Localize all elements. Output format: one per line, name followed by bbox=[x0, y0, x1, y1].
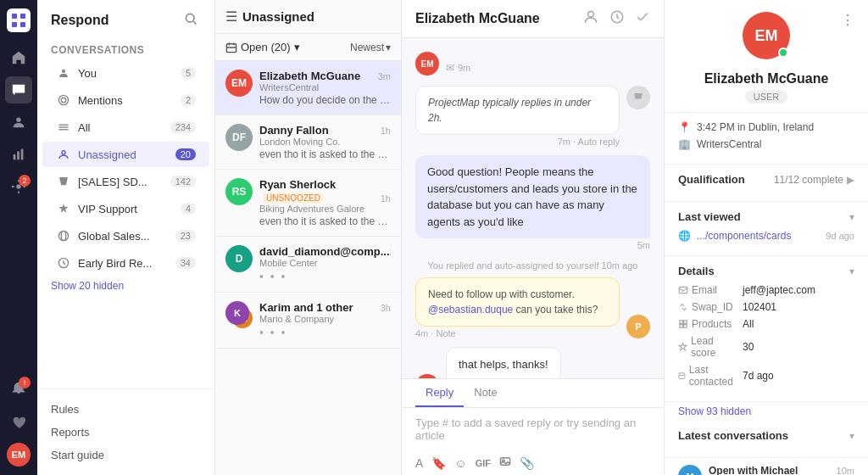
footer-rules[interactable]: Rules bbox=[51, 398, 201, 421]
open-filter[interactable]: Open (20) ▾ bbox=[225, 41, 300, 53]
svg-rect-0 bbox=[12, 14, 17, 19]
rp-last-viewed-url[interactable]: .../components/cards bbox=[697, 230, 791, 242]
sidebar-item-mentions[interactable]: Mentions 2 bbox=[42, 87, 209, 113]
nav-contacts[interactable] bbox=[5, 109, 32, 136]
conv-list-title: Unassigned bbox=[242, 9, 314, 24]
tab-reply[interactable]: Reply bbox=[415, 379, 464, 407]
attachment-icon[interactable]: 📎 bbox=[520, 456, 534, 470]
last-viewed-expand-icon[interactable]: ▾ bbox=[849, 211, 854, 223]
conv-item-elizabeth[interactable]: EM Elizabeth McGuane 3m WritersCentral H… bbox=[215, 61, 401, 115]
sidebar-item-unassigned-label: Unassigned bbox=[78, 148, 169, 161]
rp-latest-convs-title: Latest conversations bbox=[678, 429, 788, 442]
nav-reports[interactable] bbox=[5, 141, 32, 168]
show-93-hidden[interactable]: Show 93 hidden bbox=[665, 402, 868, 421]
image-icon[interactable] bbox=[499, 455, 511, 470]
sidebar-item-all[interactable]: All 234 bbox=[42, 115, 209, 140]
sidebar-item-you[interactable]: You 5 bbox=[42, 60, 209, 86]
rp-swapid-value: 102401 bbox=[743, 301, 776, 313]
qualification-expand-icon[interactable]: ▶ bbox=[847, 174, 854, 186]
search-icon[interactable] bbox=[184, 12, 201, 29]
hamburger-icon[interactable]: ☰ bbox=[225, 8, 237, 25]
early-bird-icon bbox=[56, 255, 71, 271]
conv-item-danny[interactable]: DF Danny Fallon 1h London Moving Co. eve… bbox=[215, 115, 401, 170]
svg-point-12 bbox=[58, 95, 68, 104]
sidebar-count-unassigned: 20 bbox=[175, 148, 196, 160]
svg-rect-14 bbox=[58, 126, 68, 127]
sort-button[interactable]: Newest ▾ bbox=[350, 42, 391, 53]
rp-lastcontacted-value: 7d ago bbox=[743, 370, 774, 382]
conv-item-david[interactable]: D david_diamond@comp... 2h Mobile Center… bbox=[215, 237, 401, 293]
more-options-icon[interactable]: ⋮ bbox=[841, 12, 854, 28]
conv-name-danny: Danny Fallon bbox=[259, 124, 329, 137]
msg-avatar-1: EM bbox=[415, 52, 439, 75]
details-expand-icon[interactable]: ▾ bbox=[849, 265, 854, 277]
conv-item-karim[interactable]: K +1 Karim and 1 other 3h Mario & Compan… bbox=[215, 293, 401, 349]
conv-company-ryan: Biking Adventures Galore bbox=[259, 204, 391, 214]
rp-qualification-section: Qualification 11/12 complete ▶ bbox=[665, 165, 868, 202]
timer-icon[interactable] bbox=[609, 9, 625, 28]
rp-last-viewed-title: Last viewed bbox=[678, 210, 741, 223]
svg-point-16 bbox=[62, 151, 65, 154]
show-hidden-btn[interactable]: Show 20 hidden bbox=[37, 277, 214, 295]
svg-rect-15 bbox=[58, 129, 68, 130]
chat-input-placeholder: Type # to add a saved reply or try sendi… bbox=[415, 416, 636, 442]
sidebar-count-all: 234 bbox=[170, 121, 196, 133]
conv-preview-david: • • • bbox=[259, 270, 391, 283]
rp-last-viewed-time: 9d ago bbox=[826, 231, 854, 241]
nav-home[interactable] bbox=[5, 44, 32, 71]
footer-start-guide[interactable]: Start guide bbox=[51, 444, 201, 467]
sidebar-item-vip-label: VIP Support bbox=[78, 203, 174, 215]
svg-point-4 bbox=[16, 118, 20, 122]
msg-row-6: EM that helps, thanks! 3m ✉ bbox=[415, 347, 650, 378]
rp-leadscore-value: 30 bbox=[743, 341, 754, 353]
nav-heart[interactable] bbox=[5, 409, 32, 436]
tab-note[interactable]: Note bbox=[464, 379, 507, 407]
nav-settings[interactable]: 2 bbox=[5, 173, 32, 200]
msg-content-auto: ProjectMap typically replies in under 2h… bbox=[415, 86, 620, 147]
svg-point-22 bbox=[588, 11, 594, 17]
conversation-items: EM Elizabeth McGuane 3m WritersCentral H… bbox=[215, 61, 401, 475]
rp-email-row: Email jeff@japtec.com bbox=[678, 284, 854, 296]
msg-avatar-auto bbox=[626, 86, 650, 109]
sidebar-count-vip: 4 bbox=[181, 203, 196, 215]
format-icon[interactable]: A bbox=[415, 456, 423, 470]
mentions-icon bbox=[56, 92, 71, 108]
latest-convs-expand-icon[interactable]: ▾ bbox=[849, 430, 854, 442]
conv-avatar-karim: K bbox=[225, 301, 249, 325]
rp-company-row: 🏢 WritersCentral bbox=[678, 138, 854, 150]
sidebar-section-conversations: Conversations bbox=[37, 37, 214, 59]
sidebar-item-unassigned[interactable]: Unassigned 20 bbox=[42, 142, 209, 167]
rp-last-viewed-row: 🌐 .../components/cards 9d ago bbox=[678, 230, 854, 242]
conv-time-danny: 1h bbox=[381, 126, 391, 136]
emoji-icon[interactable]: ☺ bbox=[454, 456, 466, 470]
nav-notifications[interactable]: ! bbox=[5, 375, 32, 402]
chat-input[interactable]: Type # to add a saved reply or try sendi… bbox=[402, 408, 664, 450]
msg-content-6: that helps, thanks! 3m ✉ bbox=[446, 347, 561, 378]
auto-assign-info: You replied and auto-assigned to yoursel… bbox=[415, 260, 650, 271]
open-filter-chevron: ▾ bbox=[294, 41, 300, 53]
sidebar-item-global-sales[interactable]: Global Sales... 23 bbox=[42, 223, 209, 249]
resolve-icon[interactable] bbox=[635, 9, 650, 28]
icon-bar: 2 ! EM bbox=[0, 0, 37, 475]
footer-reports[interactable]: Reports bbox=[51, 421, 201, 444]
conv-name-elizabeth: Elizabeth McGuane bbox=[259, 70, 360, 82]
rp-contact-name: Elizabeth McGuane bbox=[678, 71, 854, 87]
chat-tabs: Reply Note bbox=[402, 379, 664, 408]
chat-actions bbox=[582, 8, 650, 29]
sidebar-item-vip[interactable]: VIP Support 4 bbox=[42, 196, 209, 221]
company-icon: 🏢 bbox=[678, 138, 690, 150]
latest-conv-item-michael[interactable]: M Open with Michael 10m Hey Elizabeth, j… bbox=[665, 458, 868, 475]
conv-item-ryan[interactable]: RS Ryan Sherlock UNSNOOZED 1h Biking Adv… bbox=[215, 170, 401, 237]
user-avatar[interactable]: EM bbox=[7, 443, 31, 467]
nav-conversations[interactable] bbox=[5, 76, 32, 103]
gif-icon[interactable]: GIF bbox=[476, 458, 491, 468]
notif-badge: ! bbox=[19, 377, 31, 388]
agent-assign-icon[interactable] bbox=[582, 8, 599, 29]
unassigned-icon bbox=[56, 147, 71, 162]
sidebar-item-early-bird[interactable]: Early Bird Re... 34 bbox=[42, 250, 209, 276]
bookmark-icon[interactable]: 🔖 bbox=[431, 456, 446, 470]
msg-time-note: 4m · Note bbox=[415, 328, 620, 338]
app-logo[interactable] bbox=[7, 8, 31, 32]
msg-bubble-6: that helps, thanks! bbox=[446, 347, 561, 378]
sidebar-item-sales-sd[interactable]: [SALES] SD... 142 bbox=[42, 169, 209, 194]
